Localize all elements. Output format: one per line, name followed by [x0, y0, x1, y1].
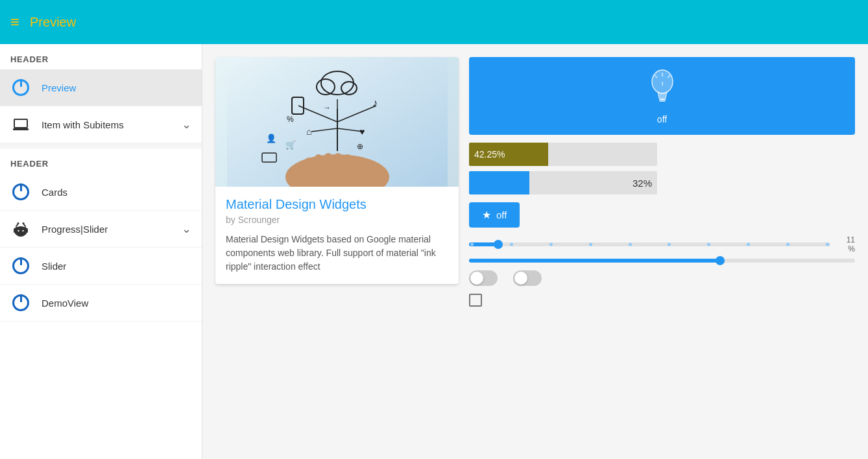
sidebar-header-2: Header: [0, 148, 202, 174]
progress-bar-2: 32%: [469, 171, 657, 194]
slider-track-1[interactable]: [469, 242, 830, 246]
toggle-2[interactable]: [513, 270, 542, 286]
chevron-icon-subitems: ⌄: [182, 117, 191, 132]
svg-rect-17: [315, 154, 322, 175]
power-icon-slider: [10, 255, 31, 276]
svg-rect-11: [27, 228, 29, 233]
sidebar-item-progress[interactable]: Progress|Slider ⌄: [0, 211, 202, 248]
card-body: Material Design Widgets by Scrounger Mat…: [215, 187, 459, 284]
slider-section: 11%: [469, 235, 855, 263]
sidebar-label-preview: Preview: [42, 82, 191, 93]
svg-text:🛒: 🛒: [285, 139, 296, 150]
checkbox-1[interactable]: [469, 294, 482, 307]
slider-fill-2: [469, 259, 720, 263]
slider-value-1: 11%: [836, 235, 855, 253]
sidebar-label-slider: Slider: [42, 261, 191, 272]
svg-rect-16: [305, 158, 313, 177]
sidebar: Header Preview Item with Subitems ⌄ Head…: [0, 44, 202, 459]
svg-text:♪: ♪: [372, 97, 378, 108]
svg-text:⊕: ⊕: [357, 142, 363, 151]
card-text: Material Design Widgets based on Google …: [226, 233, 448, 274]
sidebar-header-1: Header: [0, 44, 202, 69]
svg-point-9: [23, 222, 25, 224]
progress-bar-1: 42.25%: [469, 143, 657, 166]
svg-rect-43: [659, 99, 666, 102]
sidebar-divider: [0, 143, 202, 148]
star-button-container: ★ off: [469, 202, 855, 228]
content-grid: ♪ ⌂ ♥ → % 🛒 ⊕ 👤: [215, 57, 855, 307]
sidebar-item-subitems[interactable]: Item with Subitems ⌄: [0, 106, 202, 143]
svg-rect-21: [354, 156, 361, 176]
sidebar-item-slider[interactable]: Slider: [0, 248, 202, 285]
power-icon-demo: [10, 292, 31, 313]
svg-rect-22: [363, 159, 370, 177]
sidebar-item-preview[interactable]: Preview: [0, 69, 202, 106]
bulb-icon: [646, 67, 679, 112]
svg-rect-20: [344, 154, 352, 175]
svg-rect-10: [14, 228, 16, 233]
menu-icon[interactable]: ≡: [10, 14, 19, 30]
star-button-label: off: [496, 209, 507, 220]
sidebar-label-progress: Progress|Slider: [42, 224, 182, 235]
svg-rect-18: [324, 153, 332, 174]
svg-point-4: [18, 230, 19, 231]
card-subtitle: by Scrounger: [226, 215, 448, 225]
svg-rect-3: [15, 227, 27, 235]
sidebar-label-demo: DemoView: [42, 298, 191, 309]
card-title: Material Design Widgets: [226, 197, 448, 212]
slider-row-1: 11%: [469, 235, 855, 253]
star-icon: ★: [482, 209, 491, 221]
progress-label-1: 42.25%: [474, 149, 505, 159]
sidebar-label-cards: Cards: [42, 187, 191, 198]
toggle-knob-2: [514, 272, 527, 285]
power-icon-cards: [10, 182, 31, 202]
progress-label-2: 32%: [633, 178, 652, 189]
sidebar-label-subitems: Item with Subitems: [42, 119, 182, 130]
svg-rect-1: [13, 128, 29, 130]
svg-point-8: [18, 222, 19, 224]
card-image: ♪ ⌂ ♥ → % 🛒 ⊕ 👤: [215, 57, 459, 187]
progress-fill-blue: [469, 171, 529, 194]
toggle-knob-1: [470, 272, 483, 285]
svg-text:👤: 👤: [266, 133, 277, 144]
toggle-1[interactable]: [469, 270, 498, 286]
svg-text:⌂: ⌂: [306, 126, 311, 137]
info-card: ♪ ⌂ ♥ → % 🛒 ⊕ 👤: [215, 57, 459, 284]
light-widget[interactable]: off: [469, 57, 855, 135]
svg-point-5: [22, 230, 23, 231]
top-bar: ≡ Preview: [0, 0, 868, 44]
svg-text:%: %: [287, 115, 294, 124]
toggles-row: [469, 270, 855, 286]
svg-text:→: →: [323, 103, 331, 112]
top-bar-title: Preview: [30, 15, 76, 30]
main-layout: Header Preview Item with Subitems ⌄ Head…: [0, 44, 868, 459]
svg-text:♥: ♥: [359, 126, 365, 137]
svg-rect-0: [14, 119, 27, 128]
android-icon: [10, 218, 31, 239]
chevron-icon-progress: ⌄: [182, 222, 191, 236]
sidebar-item-demoview[interactable]: DemoView: [0, 285, 202, 322]
star-button[interactable]: ★ off: [469, 202, 520, 228]
content-area: ♪ ⌂ ♥ → % 🛒 ⊕ 👤: [202, 44, 868, 459]
slider-track-2[interactable]: [469, 259, 855, 263]
progress-fill-yellow: 42.25%: [469, 143, 548, 166]
power-icon-preview: [10, 77, 31, 98]
progress-section: 42.25% 32%: [469, 143, 855, 194]
svg-rect-19: [334, 153, 342, 174]
widgets-panel: off 42.25% 32%: [469, 57, 855, 307]
bulb-label: off: [657, 114, 667, 124]
slider-row-2: [469, 259, 855, 263]
sidebar-item-cards[interactable]: Cards: [0, 174, 202, 211]
laptop-icon: [10, 114, 31, 135]
